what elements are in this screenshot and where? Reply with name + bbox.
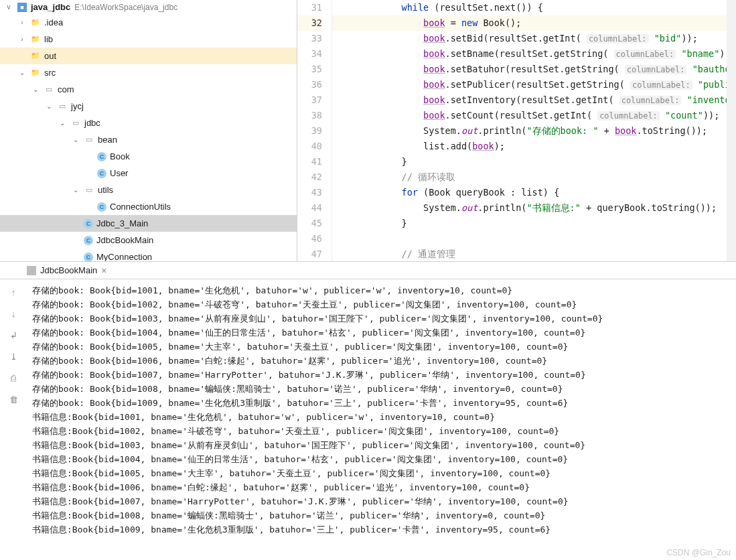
- tree-item-user[interactable]: CUser: [0, 165, 297, 182]
- code-line[interactable]: // 通道管理: [332, 247, 727, 261]
- project-path: E:\IdeaWorkSpace\java_jdbc: [74, 3, 177, 12]
- tree-item-out[interactable]: 📁out: [0, 48, 297, 64]
- line-number[interactable]: 31: [297, 0, 322, 15]
- soft-wrap-icon[interactable]: ↲: [7, 329, 19, 341]
- scroll-end-icon[interactable]: ⤓: [7, 350, 19, 362]
- tree-item-jdbcbookmain[interactable]: CJdbcBookMain: [0, 232, 297, 249]
- tree-item-myconnection[interactable]: CMyConnection: [0, 249, 297, 261]
- line-number[interactable]: 36: [297, 77, 322, 92]
- tree-label: utils: [98, 185, 113, 195]
- tree-item-connectionutils[interactable]: CConnectionUtils: [0, 198, 297, 215]
- console-line: 书籍信息:Book{bid=1009, bname='生化危机3重制版', ba…: [32, 522, 731, 537]
- console-line: 书籍信息:Book{bid=1006, bname='白蛇:缘起', batuh…: [32, 480, 731, 494]
- line-number[interactable]: 47: [297, 247, 322, 261]
- tree-label: User: [110, 168, 128, 178]
- code-line[interactable]: book.setCount(resultSet.getInt( columnLa…: [332, 108, 727, 123]
- chevron-icon[interactable]: ⌄: [31, 86, 40, 93]
- tree-item-jdbc[interactable]: ⌄▭jdbc: [0, 115, 297, 131]
- console-line: 书籍信息:Book{bid=1007, bname='HarryPotter',…: [32, 494, 731, 508]
- tree-label: lib: [44, 34, 53, 44]
- tree-item-book[interactable]: CBook: [0, 148, 297, 165]
- chevron-icon[interactable]: ›: [17, 19, 27, 26]
- console-line: 书籍信息:Book{bid=1003, bname='从前有座灵剑山', bat…: [32, 438, 731, 452]
- code-body[interactable]: while (resultSet.next()) { book = new Bo…: [332, 0, 727, 261]
- line-number[interactable]: 43: [297, 185, 322, 200]
- chevron-icon[interactable]: ⌄: [71, 136, 80, 143]
- console-line: 书籍信息:Book{bid=1001, bname='生化危机', batuho…: [32, 410, 731, 424]
- line-number[interactable]: 37: [297, 92, 322, 108]
- trash-icon[interactable]: 🗑: [7, 393, 19, 405]
- code-editor[interactable]: 313233343536373839404142434445464748 whi…: [297, 0, 736, 261]
- tree-item-utils[interactable]: ⌄▭utils: [0, 182, 297, 198]
- upper-pane: v ■ java_jdbc E:\IdeaWorkSpace\java_jdbc…: [0, 0, 736, 261]
- console-line: 存储的book: Book{bid=1007, bname='HarryPott…: [32, 368, 731, 382]
- console-line: 书籍信息:Book{bid=1004, bname='仙王的日常生活', bat…: [32, 452, 731, 466]
- code-line[interactable]: for (Book queryBook : list) {: [332, 185, 727, 200]
- line-number[interactable]: 46: [297, 231, 322, 247]
- up-arrow-icon[interactable]: ↑: [7, 286, 19, 298]
- project-root[interactable]: v ■ java_jdbc E:\IdeaWorkSpace\java_jdbc: [0, 0, 297, 14]
- close-icon[interactable]: ×: [101, 265, 106, 276]
- line-number[interactable]: 42: [297, 169, 322, 185]
- tree-item-jycj[interactable]: ⌄▭jycj: [0, 98, 297, 115]
- tree-item-com[interactable]: ⌄▭com: [0, 81, 297, 98]
- console-line: 存储的book: Book{bid=1008, bname='蝙蝠侠:黑暗骑士'…: [32, 382, 731, 396]
- chevron-icon[interactable]: ⌄: [58, 119, 67, 127]
- chevron-icon[interactable]: ⌄: [17, 69, 27, 76]
- line-number[interactable]: 33: [297, 31, 322, 46]
- tree-label: Book: [110, 151, 130, 161]
- console-line: 书籍信息:Book{bid=1002, bname='斗破苍穹', batuho…: [32, 424, 731, 438]
- tree-item-src[interactable]: ⌄📁src: [0, 64, 297, 81]
- console-line: 存储的book: Book{bid=1009, bname='生化危机3重制版'…: [32, 396, 731, 410]
- line-number[interactable]: 35: [297, 62, 322, 77]
- chevron-icon[interactable]: ⌄: [44, 102, 54, 110]
- project-tree[interactable]: v ■ java_jdbc E:\IdeaWorkSpace\java_jdbc…: [0, 0, 297, 261]
- tree-item-lib[interactable]: ›📁lib: [0, 31, 297, 48]
- tree-label: .idea: [44, 17, 63, 27]
- module-icon: ■: [17, 3, 27, 12]
- code-line[interactable]: [332, 231, 727, 247]
- tree-label: jycj: [71, 101, 84, 111]
- line-gutter[interactable]: 313233343536373839404142434445464748: [297, 0, 332, 261]
- code-line[interactable]: list.add(book);: [332, 139, 727, 154]
- console-line: 存储的book: Book{bid=1001, bname='生化危机', ba…: [32, 283, 731, 297]
- console-line: 存储的book: Book{bid=1005, bname='大主宰', bat…: [32, 340, 731, 354]
- code-line[interactable]: book.setPublicer(resultSet.getString( co…: [332, 77, 727, 92]
- project-name: java_jdbc: [31, 2, 70, 12]
- print-icon[interactable]: ⎙: [7, 372, 19, 384]
- line-number[interactable]: 40: [297, 139, 322, 154]
- line-number[interactable]: 45: [297, 216, 322, 231]
- line-number[interactable]: 44: [297, 200, 322, 216]
- code-line[interactable]: book.setBatuhor(resultSet.getString( col…: [332, 62, 727, 77]
- code-line[interactable]: book.setBid(resultSet.getInt( columnLabe…: [332, 31, 727, 46]
- console-line: 书籍信息:Book{bid=1005, bname='大主宰', batuhor…: [32, 466, 731, 480]
- console-line: 存储的book: Book{bid=1004, bname='仙王的日常生活',…: [32, 326, 731, 340]
- code-line[interactable]: }: [332, 154, 727, 169]
- tree-item-bean[interactable]: ⌄▭bean: [0, 131, 297, 148]
- line-number[interactable]: 32: [297, 15, 322, 31]
- tree-label: jdbc: [84, 118, 100, 128]
- tree-label: Jdbc_3_Main: [96, 218, 148, 228]
- chevron-down-icon[interactable]: v: [4, 3, 13, 11]
- code-line[interactable]: // 循环读取: [332, 169, 727, 185]
- tree-item-.idea[interactable]: ›📁.idea: [0, 14, 297, 31]
- line-number[interactable]: 39: [297, 123, 322, 139]
- code-line[interactable]: System.out.println("书籍信息:" + queryBook.t…: [332, 200, 727, 216]
- code-line[interactable]: book = new Book();: [332, 15, 727, 31]
- code-line[interactable]: book.setInventory(resultSet.getInt( colu…: [332, 92, 727, 108]
- tree-item-jdbc_3_main[interactable]: CJdbc_3_Main: [0, 215, 297, 232]
- console-output[interactable]: 存储的book: Book{bid=1001, bname='生化危机', ba…: [27, 279, 736, 560]
- chevron-icon[interactable]: ›: [17, 36, 27, 43]
- console-toolbar: ↑ ↓ ↲ ⤓ ⎙ 🗑: [0, 279, 27, 560]
- code-line[interactable]: }: [332, 216, 727, 231]
- console-tab[interactable]: JdbcBookMain ×: [0, 262, 736, 279]
- code-line[interactable]: System.out.println("存储的book: " + book.to…: [332, 123, 727, 139]
- code-line[interactable]: book.setBname(resultSet.getString( colum…: [332, 46, 727, 62]
- chevron-icon[interactable]: ⌄: [71, 186, 80, 194]
- line-number[interactable]: 34: [297, 46, 322, 62]
- code-line[interactable]: while (resultSet.next()) {: [332, 0, 727, 15]
- scrollbar-vertical[interactable]: [727, 0, 736, 261]
- line-number[interactable]: 38: [297, 108, 322, 123]
- line-number[interactable]: 41: [297, 154, 322, 169]
- down-arrow-icon[interactable]: ↓: [7, 307, 19, 320]
